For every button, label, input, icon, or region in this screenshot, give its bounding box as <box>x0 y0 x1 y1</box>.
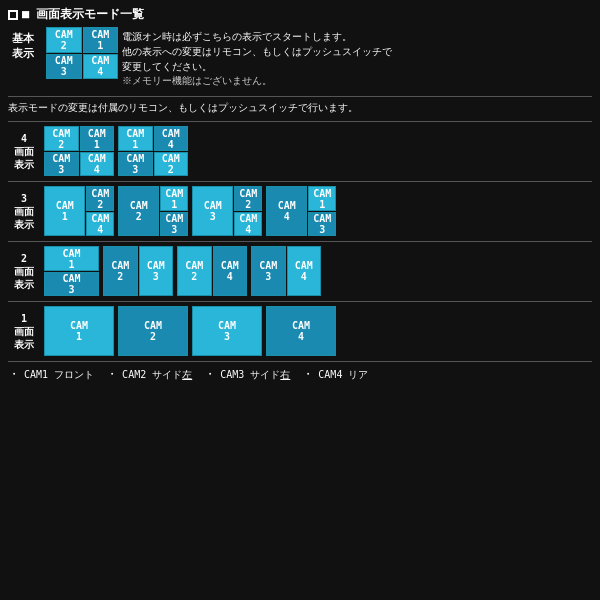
mode2-grids: CAM1 CAM3 CAM2 CAM3 CAM2 CAM4 CAM3 CAM4 <box>44 246 592 296</box>
basic-cam3: CAM3 <box>46 54 82 80</box>
cam-cell: CAM2 <box>44 126 79 151</box>
mode4-section: 4 画面 表示 CAM2 CAM1 CAM3 CAM4 CAM1 CAM4 CA… <box>8 121 592 176</box>
footer: ・ CAM1 フロント ・ CAM2 サイド左 ・ CAM3 サイド右 ・ CA… <box>8 361 592 383</box>
mode-change-text: 表示モードの変更は付属のリモコン、もしくはプッシュスイッチで行います。 <box>8 96 592 115</box>
mode1-cam3: CAM3 <box>192 306 262 356</box>
mode3-section: 3 画面 表示 CAM1 CAM2 CAM4 CAM2 CAM1 CAM3 CA… <box>8 181 592 236</box>
cam-cell: CAM2 <box>86 186 114 211</box>
footer-cam1: ・ CAM1 フロント <box>8 366 94 383</box>
cam-cell: CAM2 <box>177 246 212 296</box>
cam-cell: CAM3 <box>44 152 79 177</box>
cam-cell: CAM2 <box>103 246 138 296</box>
cam-cell: CAM3 <box>192 186 233 236</box>
mode3-grid1: CAM1 CAM2 CAM4 <box>44 186 114 236</box>
mode3-grid3: CAM3 CAM2 CAM4 <box>192 186 262 236</box>
mode1-grids: CAM1 CAM2 CAM3 CAM4 <box>44 306 592 356</box>
basic-grid: CAM2 CAM1 CAM3 CAM4 <box>46 27 118 79</box>
mode2-section: 2 画面 表示 CAM1 CAM3 CAM2 CAM3 CAM2 CAM4 CA… <box>8 241 592 296</box>
cam-cell: CAM2 <box>234 186 262 211</box>
mode3-grid2: CAM2 CAM1 CAM3 <box>118 186 188 236</box>
page-title: ■ 画面表示モード一覧 <box>22 6 144 23</box>
cam-cell: CAM4 <box>86 212 114 237</box>
mode2-grid3: CAM2 CAM4 <box>177 246 247 296</box>
footer-cam2-label: CAM2 サイド左 <box>122 368 192 382</box>
cam-cell: CAM1 <box>80 126 115 151</box>
mode1-label: 1 画面 表示 <box>8 306 40 356</box>
cam-cell: CAM2 <box>154 152 189 177</box>
cam-cell: CAM4 <box>213 246 248 296</box>
mode4-grid1: CAM2 CAM1 CAM3 CAM4 <box>44 126 114 176</box>
cam-cell: CAM1 <box>160 186 188 211</box>
mode2-grid2: CAM2 CAM3 <box>103 246 173 296</box>
cam-cell: CAM3 <box>160 212 188 237</box>
basic-label: 基本 表示 <box>8 27 38 61</box>
basic-section: 基本 表示 CAM2 CAM1 CAM3 CAM4 電源オン時は必ずこちらの表示… <box>8 27 592 88</box>
footer-cam4-label: CAM4 リア <box>318 368 368 382</box>
page: ■ 画面表示モード一覧 基本 表示 CAM2 CAM1 CAM3 CAM4 電源… <box>0 0 600 600</box>
footer-cam3: ・ CAM3 サイド右 <box>204 366 290 383</box>
mode2-label: 2 画面 表示 <box>8 246 40 296</box>
mode3-label: 3 画面 表示 <box>8 186 40 236</box>
cam-cell: CAM3 <box>44 272 99 297</box>
cam-cell: CAM4 <box>287 246 322 296</box>
cam-cell: CAM1 <box>44 246 99 271</box>
cam-cell: CAM1 <box>118 126 153 151</box>
footer-cam2: ・ CAM2 サイド左 <box>106 366 192 383</box>
mode3-grids: CAM1 CAM2 CAM4 CAM2 CAM1 CAM3 CAM3 CAM2 … <box>44 186 592 236</box>
cam-cell: CAM3 <box>251 246 286 296</box>
footer-cam3-label: CAM3 サイド右 <box>220 368 290 382</box>
section-title: ■ 画面表示モード一覧 <box>8 6 592 23</box>
cam-cell: CAM1 <box>44 186 85 236</box>
mode4-grids: CAM2 CAM1 CAM3 CAM4 CAM1 CAM4 CAM3 CAM2 <box>44 126 592 176</box>
mode4-label: 4 画面 表示 <box>8 126 40 176</box>
basic-cam2: CAM2 <box>46 27 82 53</box>
basic-cam4: CAM4 <box>83 54 119 80</box>
basic-grid-wrap: CAM2 CAM1 CAM3 CAM4 電源オン時は必ずこちらの表示でスタートし… <box>46 27 392 88</box>
cam-cell: CAM4 <box>234 212 262 237</box>
mode1-cam1: CAM1 <box>44 306 114 356</box>
mode1-cam2: CAM2 <box>118 306 188 356</box>
mode2-grid1: CAM1 CAM3 <box>44 246 99 296</box>
cam-cell: CAM4 <box>266 186 307 236</box>
footer-cam1-label: CAM1 フロント <box>24 368 94 382</box>
footer-cam4: ・ CAM4 リア <box>302 366 368 383</box>
cam-cell: CAM4 <box>154 126 189 151</box>
cam-cell: CAM3 <box>139 246 174 296</box>
cam-cell: CAM3 <box>118 152 153 177</box>
mode4-grid2: CAM1 CAM4 CAM3 CAM2 <box>118 126 188 176</box>
title-square-icon <box>8 10 18 20</box>
mode1-cam4: CAM4 <box>266 306 336 356</box>
basic-desc: 電源オン時は必ずこちらの表示でスタートします。 他の表示への変更はリモコン、もし… <box>122 27 392 88</box>
basic-cam1: CAM1 <box>83 27 119 53</box>
mode3-grid4: CAM4 CAM1 CAM3 <box>266 186 336 236</box>
cam-cell: CAM1 <box>308 186 336 211</box>
cam-cell: CAM3 <box>308 212 336 237</box>
mode2-grid4: CAM3 CAM4 <box>251 246 321 296</box>
cam-cell: CAM2 <box>118 186 159 236</box>
cam-cell: CAM4 <box>80 152 115 177</box>
mode1-section: 1 画面 表示 CAM1 CAM2 CAM3 CAM4 <box>8 301 592 356</box>
